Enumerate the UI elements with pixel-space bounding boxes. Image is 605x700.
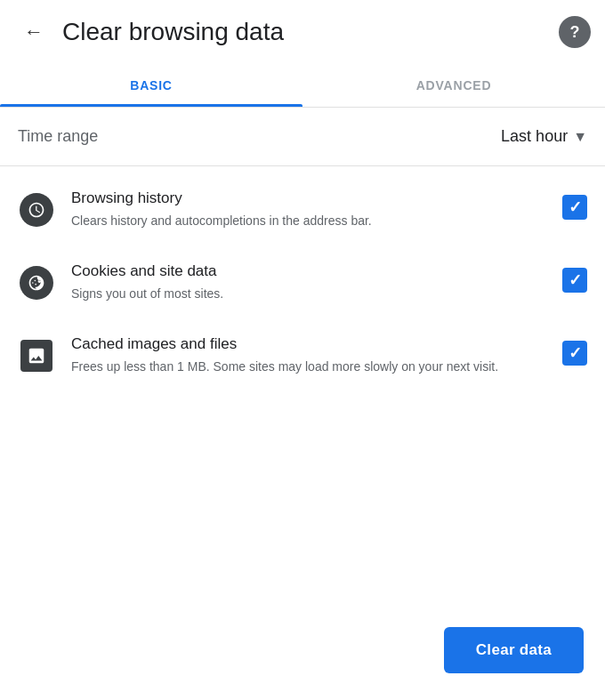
cached-images-checkbox[interactable]: ✓ [562,341,587,366]
time-range-label: Time range [18,127,98,146]
tab-advanced[interactable]: ADVANCED [302,64,605,107]
cookies-checkbox[interactable]: ✓ [562,268,587,293]
checkmark-icon: ✓ [569,270,582,290]
help-button[interactable]: ? [559,16,591,48]
items-list: Browsing history Clears history and auto… [0,166,605,399]
cached-images-title: Cached images and files [71,335,546,353]
back-arrow-icon: ← [24,20,44,44]
chevron-down-icon: ▼ [573,129,587,145]
tab-basic[interactable]: BASIC [0,64,302,107]
browsing-history-item: Browsing history Clears history and auto… [0,173,605,246]
cached-images-item: Cached images and files Frees up less th… [0,319,605,392]
tabs-bar: BASIC ADVANCED [0,64,605,108]
footer: Clear data [444,627,584,673]
back-button[interactable]: ← [14,12,53,52]
time-range-row: Time range Last hour ▼ [0,108,605,166]
page-title: Clear browsing data [62,18,559,46]
clock-icon [20,193,53,227]
browsing-history-icon-container [18,191,55,229]
cookies-desc: Signs you out of most sites. [71,285,546,303]
cached-images-content: Cached images and files Frees up less th… [71,335,546,376]
cached-images-icon-container [18,337,55,374]
cookies-item: Cookies and site data Signs you out of m… [0,246,605,319]
cached-images-desc: Frees up less than 1 MB. Some sites may … [71,358,546,376]
browsing-history-desc: Clears history and autocompletions in th… [71,212,546,230]
browsing-history-title: Browsing history [71,189,546,207]
cookies-title: Cookies and site data [71,262,546,280]
time-range-value: Last hour [501,127,568,146]
checkmark-icon: ✓ [569,197,582,217]
cookie-icon [20,266,53,300]
cookies-content: Cookies and site data Signs you out of m… [71,262,546,303]
checkmark-icon: ✓ [569,343,582,363]
time-range-select[interactable]: Last hour ▼ [501,127,587,146]
browsing-history-checkbox[interactable]: ✓ [562,195,587,220]
browsing-history-content: Browsing history Clears history and auto… [71,189,546,230]
header: ← Clear browsing data ? [0,0,605,64]
cookies-icon-container [18,264,55,302]
help-icon: ? [570,23,580,42]
clear-data-button[interactable]: Clear data [444,627,584,673]
image-icon [20,340,52,372]
